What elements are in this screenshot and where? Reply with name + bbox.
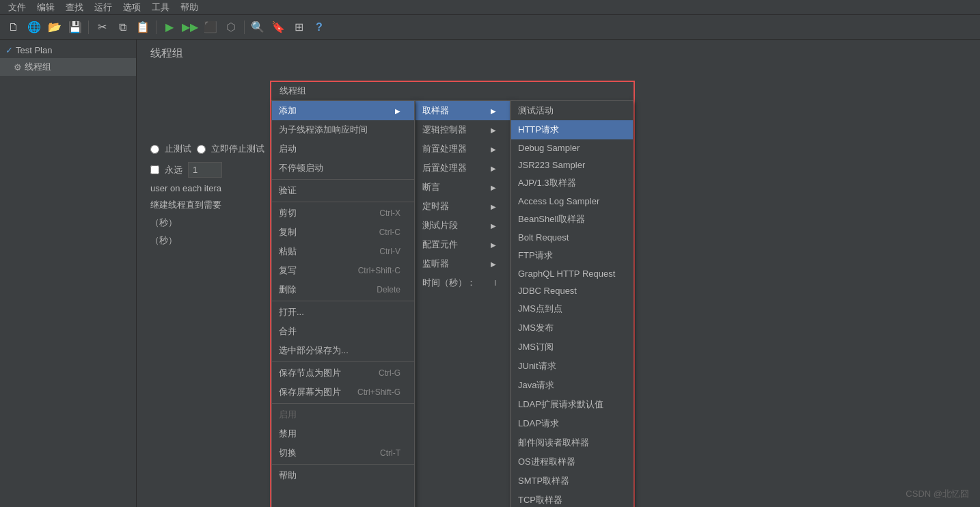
add-listener-arrow: ▶ — [491, 260, 496, 268]
menu-edit[interactable]: 编辑 — [31, 0, 60, 15]
menu-options[interactable]: 选项 — [118, 0, 146, 15]
ctx-cut[interactable]: 剪切 Ctrl-X — [272, 204, 414, 223]
search-button[interactable]: 🔍 — [248, 18, 267, 37]
add-assert-arrow: ▶ — [491, 184, 496, 191]
ctx-add-response-time[interactable]: 为子线程添加响应时间 — [272, 120, 414, 139]
testplan-label: Test Plan — [16, 45, 52, 55]
sampler-jdbc-label: JDBC Request — [518, 286, 577, 296]
sampler-bolt[interactable]: Bolt Request — [511, 229, 633, 246]
ctx-delete-shortcut: Delete — [377, 285, 400, 294]
help-button[interactable]: ? — [310, 18, 329, 37]
sampler-junit[interactable]: JUnit请求 — [511, 357, 633, 376]
add-time-label: 时间（秒）： — [422, 277, 476, 289]
shutdown-button[interactable]: ⬡ — [221, 18, 241, 37]
ctx-open[interactable]: 打开... — [272, 303, 414, 322]
add-submenu-pre[interactable]: 前置处理器 ▶ — [416, 139, 510, 159]
sampler-java[interactable]: Java请求 — [511, 376, 633, 395]
add-submenu-sampler[interactable]: 取样器 ▶ — [416, 101, 510, 120]
sampler-ftp-label: FTP请求 — [518, 249, 553, 262]
add-sampler-arrow: ▶ — [491, 107, 496, 115]
settings-button[interactable]: ⊞ — [289, 18, 308, 37]
templates-button[interactable]: 🌐 — [25, 18, 44, 37]
forever-value-input[interactable] — [188, 162, 222, 178]
sampler-jms-p2p[interactable]: JMS点到点 — [511, 299, 633, 318]
ctx-duplicate[interactable]: 复写 Ctrl+Shift-C — [272, 261, 414, 280]
sampler-smtp[interactable]: SMTP取样器 — [511, 471, 633, 491]
ctx-add[interactable]: 添加 ▶ — [272, 101, 414, 120]
sampler-os-label: OS进程取样器 — [518, 456, 575, 468]
ctx-merge[interactable]: 合并 — [272, 322, 414, 341]
sampler-jms-sub[interactable]: JMS订阅 — [511, 338, 633, 357]
sampler-os[interactable]: OS进程取样器 — [511, 452, 633, 471]
stop-button[interactable]: ⬛ — [201, 18, 220, 37]
sampler-ftp[interactable]: FTP请求 — [511, 246, 633, 265]
ctx-save-selection[interactable]: 选中部分保存为... — [272, 341, 414, 360]
paste-button[interactable]: 📋 — [133, 18, 152, 37]
sampler-graphql[interactable]: GraphQL HTTP Request — [511, 265, 633, 282]
save-button[interactable]: 💾 — [66, 18, 85, 37]
ctx-delete[interactable]: 删除 Delete — [272, 280, 414, 299]
panel-title: 线程组 — [150, 46, 966, 61]
add-submenu-assert[interactable]: 断言 ▶ — [416, 178, 510, 197]
ctx-start-no-pause[interactable]: 不停顿启动 — [272, 159, 414, 178]
sampler-jms-pub[interactable]: JMS发布 — [511, 318, 633, 338]
add-submenu-config[interactable]: 配置元件 ▶ — [416, 235, 510, 254]
add-submenu-logic[interactable]: 逻辑控制器 ▶ — [416, 120, 510, 139]
sampler-tcp[interactable]: TCP取样器 — [511, 491, 633, 507]
ctx-disable[interactable]: 禁用 — [272, 424, 414, 443]
sampler-test-action[interactable]: 测试活动 — [511, 101, 633, 120]
open-button[interactable]: 📂 — [45, 18, 64, 37]
ctx-save-screen-image-label: 保存屏幕为图片 — [279, 386, 341, 398]
sampler-http-request[interactable]: HTTP请求 — [511, 120, 633, 139]
add-submenu-timer[interactable]: 定时器 ▶ — [416, 197, 510, 216]
sampler-mail[interactable]: 邮件阅读者取样器 — [511, 433, 633, 452]
stop-test-radio[interactable] — [150, 145, 159, 154]
copy-button[interactable]: ⧉ — [113, 18, 132, 37]
sidebar-item-threadgroup[interactable]: ⚙ 线程组 — [0, 58, 136, 76]
menu-run[interactable]: 运行 — [89, 0, 118, 15]
ctx-paste[interactable]: 粘贴 Ctrl-V — [272, 242, 414, 261]
sampler-test-action-label: 测试活动 — [518, 105, 554, 117]
cut-button[interactable]: ✂ — [92, 18, 111, 37]
ctx-enable[interactable]: 启用 — [272, 405, 414, 424]
menu-help[interactable]: 帮助 — [175, 0, 204, 15]
menu-file[interactable]: 文件 — [3, 0, 31, 15]
ctx-toggle[interactable]: 切换 Ctrl-T — [272, 443, 414, 463]
sampler-ldap-ext[interactable]: LDAP扩展请求默认值 — [511, 395, 633, 414]
sampler-jdbc[interactable]: JDBC Request — [511, 282, 633, 299]
new-button[interactable]: 🗋 — [4, 18, 23, 37]
ctx-save-screen-image[interactable]: 保存屏幕为图片 Ctrl+Shift-G — [272, 383, 414, 402]
sampler-ajp-label: AJP/1.3取样器 — [518, 177, 576, 189]
add-submenu-fragment[interactable]: 测试片段 ▶ — [416, 216, 510, 235]
add-submenu-time[interactable]: 时间（秒）： I — [416, 273, 510, 292]
ctx-validate[interactable]: 验证 — [272, 181, 414, 200]
ctx-help[interactable]: 帮助 — [272, 466, 414, 485]
ctx-toggle-label: 切换 — [279, 447, 297, 459]
sampler-jsr223[interactable]: JSR223 Sampler — [511, 156, 633, 174]
ctx-duplicate-label: 复写 — [279, 264, 297, 277]
stop-test-label: 止测试 — [165, 143, 191, 155]
add-pre-label: 前置处理器 — [422, 143, 467, 155]
sampler-beanshell[interactable]: BeanShell取样器 — [511, 210, 633, 229]
forever-checkbox[interactable] — [150, 165, 159, 174]
ctx-copy[interactable]: 复制 Ctrl-C — [272, 223, 414, 242]
add-submenu-post[interactable]: 后置处理器 ▶ — [416, 159, 510, 178]
sampler-ldap[interactable]: LDAP请求 — [511, 414, 633, 433]
continue-label: 继建线程直到需要 — [150, 199, 221, 211]
menu-search[interactable]: 查找 — [60, 0, 89, 15]
sampler-ajp[interactable]: AJP/1.3取样器 — [511, 174, 633, 193]
sidebar-item-testplan[interactable]: ✓ Test Plan — [0, 42, 136, 58]
start-no-pause-button[interactable]: ▶▶ — [180, 18, 200, 37]
sampler-debug[interactable]: Debug Sampler — [511, 139, 633, 156]
ctx-save-screen-image-shortcut: Ctrl+Shift-G — [357, 387, 400, 397]
add-listener-label: 监听器 — [422, 258, 449, 270]
ctx-save-node-image[interactable]: 保存节点为图片 Ctrl-G — [272, 364, 414, 383]
stop-immediately-radio[interactable] — [197, 145, 206, 154]
add-submenu-listener[interactable]: 监听器 ▶ — [416, 254, 510, 273]
menu-tools[interactable]: 工具 — [146, 0, 175, 15]
ctx-start[interactable]: 启动 — [272, 139, 414, 159]
remote-button[interactable]: 🔖 — [269, 18, 288, 37]
start-button[interactable]: ▶ — [160, 18, 179, 37]
sampler-access-log[interactable]: Access Log Sampler — [511, 193, 633, 210]
add-config-arrow: ▶ — [491, 241, 496, 249]
